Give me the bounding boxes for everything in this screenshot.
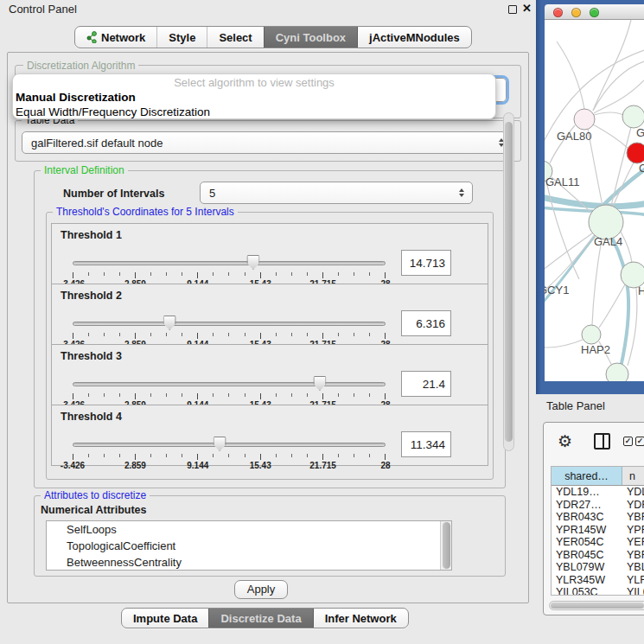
tab-discretize-data[interactable]: Discretize Data bbox=[208, 609, 312, 628]
zoom-traffic-light-icon[interactable] bbox=[590, 8, 599, 17]
column-header-shared-name[interactable]: shared… bbox=[552, 467, 622, 485]
network-graph: GAL80GACGAL11GAL4GCY1HHAP2 bbox=[545, 20, 644, 381]
gear-icon[interactable]: ⚙ bbox=[558, 431, 572, 451]
tab-style[interactable]: Style bbox=[156, 27, 207, 48]
page-title: Control Panel bbox=[9, 3, 77, 16]
tab-label: Network bbox=[101, 31, 145, 44]
threshold-panel: Threshold 1 -3.4262.8599.14415.4321.7152… bbox=[51, 223, 488, 284]
close-icon[interactable]: ✕ bbox=[522, 2, 532, 15]
slider-handle[interactable] bbox=[214, 437, 226, 451]
tab-select[interactable]: Select bbox=[207, 27, 263, 48]
slider-ticks bbox=[73, 272, 386, 278]
combo-arrows-icon bbox=[459, 188, 464, 197]
numerical-attributes-label: Numerical Attributes bbox=[41, 504, 146, 516]
minimize-traffic-light-icon[interactable] bbox=[571, 8, 581, 17]
group-title: Interval Definition bbox=[41, 164, 128, 176]
slider-track[interactable] bbox=[73, 382, 386, 386]
table-body: YDL19…YDL1YDR27…YDR2YBR043CYBR0YPR145WYP… bbox=[552, 486, 644, 596]
network-icon bbox=[86, 31, 97, 43]
slider-ticks bbox=[73, 393, 386, 399]
tab-impute-data[interactable]: Impute Data bbox=[122, 609, 208, 628]
table-cell: YDR2 bbox=[622, 499, 644, 512]
table-row[interactable]: YBR043CYBR0 bbox=[552, 511, 644, 524]
table-cell: YBR045C bbox=[552, 549, 622, 562]
split-columns-icon[interactable] bbox=[594, 433, 610, 450]
table-row[interactable]: YBR045CYBR0 bbox=[552, 549, 644, 562]
network-node[interactable] bbox=[582, 325, 601, 344]
slider-handle[interactable] bbox=[246, 255, 259, 270]
table-cell: YPR145W bbox=[552, 524, 622, 537]
threshold-label: Threshold 3 bbox=[61, 350, 122, 362]
table-row[interactable]: YBL079WYBL0 bbox=[552, 561, 644, 574]
table-row[interactable]: YIL053CYIL0 bbox=[552, 586, 644, 596]
network-node[interactable] bbox=[589, 205, 623, 239]
list-item[interactable]: TopologicalCoefficient bbox=[47, 538, 451, 554]
group-title: Threshold's Coordinates for 5 Intervals bbox=[53, 206, 238, 218]
tab-infer-network[interactable]: Infer Network bbox=[313, 609, 408, 628]
group-title: Discretization Algorithm bbox=[23, 60, 138, 72]
threshold-value-field[interactable]: 6.316 bbox=[401, 310, 451, 336]
dropdown-option-manual-discretization[interactable]: Manual Discretization bbox=[13, 90, 495, 105]
table-row[interactable]: YDL19…YDL1 bbox=[552, 486, 644, 499]
tab-jactivemnodules[interactable]: jActiveMNodules bbox=[357, 27, 471, 48]
checkbox-icon[interactable]: ✓ bbox=[623, 437, 633, 446]
threshold-value-field[interactable]: 11.344 bbox=[401, 431, 451, 457]
network-node-label: GAL80 bbox=[557, 130, 591, 143]
table-row[interactable]: YDR27…YDR2 bbox=[552, 499, 644, 512]
table-cell: YBR0 bbox=[622, 549, 644, 562]
list-scrollbar[interactable] bbox=[440, 521, 451, 570]
table-data-combobox[interactable]: galFiltered.sif default node bbox=[22, 131, 513, 154]
network-view-window: GAL80GACGAL11GAL4GCY1HHAP2 bbox=[536, 0, 644, 394]
network-node[interactable] bbox=[627, 143, 644, 163]
network-window-titlebar[interactable] bbox=[545, 4, 644, 20]
network-node-label: H bbox=[638, 284, 644, 297]
tab-network[interactable]: Network bbox=[75, 27, 156, 48]
tab-label: Impute Data bbox=[133, 612, 197, 625]
threshold-slider[interactable]: -3.4262.8599.14415.4321.71528 bbox=[73, 316, 386, 345]
tab-cyni-toolbox[interactable]: Cyni Toolbox bbox=[264, 27, 357, 48]
number-of-intervals-combobox[interactable]: 5 bbox=[200, 182, 473, 204]
threshold-value-field[interactable]: 14.713 bbox=[401, 250, 451, 276]
table-row[interactable]: YPR145WYPR1 bbox=[552, 524, 644, 537]
slider-track[interactable] bbox=[73, 322, 386, 326]
table-cell: YPR1 bbox=[622, 524, 644, 537]
slider-handle[interactable] bbox=[313, 376, 326, 391]
tab-label: Select bbox=[219, 31, 252, 44]
list-item[interactable]: SelfLoops bbox=[47, 521, 451, 538]
checkbox-icon[interactable]: ✓ bbox=[635, 437, 644, 446]
close-traffic-light-icon[interactable] bbox=[553, 8, 563, 17]
threshold-panel: Threshold 3 -3.4262.8599.14415.4321.7152… bbox=[51, 344, 488, 405]
thresholds-list: Threshold 1 -3.4262.8599.14415.4321.7152… bbox=[51, 224, 488, 466]
table-row[interactable]: YLR345WYLR3 bbox=[552, 574, 644, 587]
threshold-label: Threshold 4 bbox=[61, 411, 122, 423]
threshold-panel: Threshold 4 -3.4262.8599.14415.4321.7152… bbox=[51, 405, 488, 466]
table-cell: YER0 bbox=[622, 536, 644, 549]
panel-vertical-scrollbar[interactable] bbox=[503, 112, 514, 451]
threshold-slider[interactable]: -3.4262.8599.14415.4321.71528 bbox=[73, 255, 386, 284]
table-row[interactable]: YER054CYER0 bbox=[552, 536, 644, 549]
apply-button[interactable]: Apply bbox=[234, 580, 288, 599]
column-header-name[interactable]: n bbox=[622, 467, 644, 485]
network-node[interactable] bbox=[606, 363, 628, 381]
network-node-label: GAL4 bbox=[594, 235, 622, 248]
slider-handle[interactable] bbox=[163, 316, 176, 330]
slider-track[interactable] bbox=[73, 261, 386, 265]
table-horizontal-scrollbar[interactable] bbox=[549, 601, 644, 610]
network-node-label: GAL11 bbox=[545, 175, 580, 188]
threshold-value-field[interactable]: 21.4 bbox=[401, 371, 451, 397]
threshold-slider[interactable]: -3.4262.8599.14415.4321.71528 bbox=[73, 437, 386, 466]
network-canvas[interactable]: GAL80GACGAL11GAL4GCY1HHAP2 bbox=[545, 20, 644, 381]
table-cell: YDL1 bbox=[622, 486, 644, 499]
dropdown-option-equal-width-frequency[interactable]: Equal Width/Frequency Discretization bbox=[13, 105, 495, 119]
slider-track[interactable] bbox=[73, 443, 386, 447]
network-node[interactable] bbox=[574, 109, 595, 130]
table-panel: ⚙ ✓ ✓ shared… n YDL19…YDL1YDR27…YDR2YBR0… bbox=[543, 422, 644, 615]
list-item[interactable]: BetweennessCentrality bbox=[47, 554, 451, 571]
algorithm-dropdown-popup: Select algorithm to view settings Manual… bbox=[12, 73, 496, 119]
network-node-label: GCY1 bbox=[545, 284, 569, 296]
float-window-icon[interactable] bbox=[508, 5, 517, 14]
threshold-slider[interactable]: -3.4262.8599.14415.4321.71528 bbox=[73, 376, 386, 405]
network-node[interactable] bbox=[622, 105, 644, 128]
numerical-attributes-list[interactable]: SelfLoopsTopologicalCoefficientBetweenne… bbox=[46, 520, 452, 571]
slider-tick-labels: -3.4262.8599.14415.4321.71528 bbox=[73, 461, 386, 471]
